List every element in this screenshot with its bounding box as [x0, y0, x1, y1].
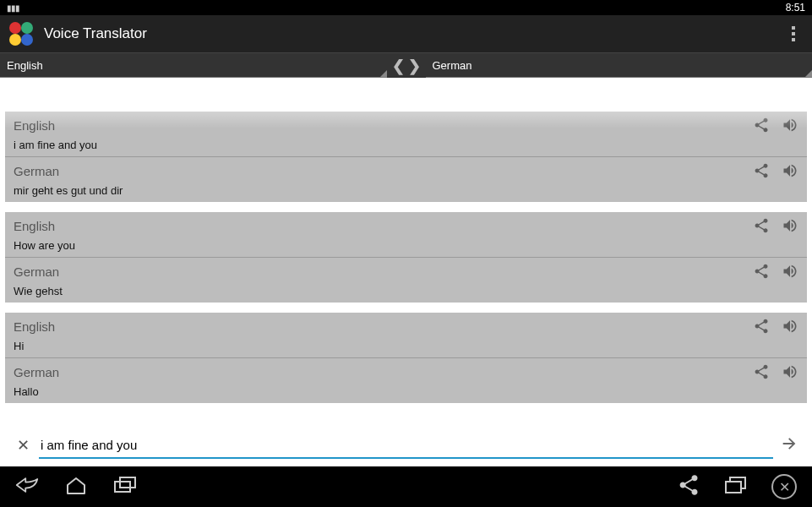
status-icons: ▮▮▮	[7, 3, 19, 13]
status-bar: ▮▮▮ 8:51	[0, 0, 812, 15]
speaker-icon[interactable]	[782, 117, 798, 134]
share-icon[interactable]	[753, 217, 770, 234]
row-text: Hi	[14, 338, 798, 352]
conversation-block: English Hi German Hallo	[5, 313, 807, 403]
conversation-block: English How are you German Wie gehst	[5, 212, 807, 303]
row-language-label: German	[14, 264, 753, 279]
speaker-icon[interactable]	[782, 363, 798, 380]
close-icon: ✕	[779, 479, 790, 495]
row-text: Wie gehst	[14, 283, 798, 297]
share-icon[interactable]	[753, 117, 770, 134]
cast-icon	[724, 473, 748, 497]
row-text: Hallo	[14, 384, 798, 398]
clear-input-button[interactable]: ✕	[12, 436, 34, 455]
conversation-block: English i am fine and you German mir	[5, 112, 807, 202]
status-clock: 8:51	[786, 2, 805, 14]
send-button[interactable]	[778, 434, 800, 456]
share-icon[interactable]	[753, 162, 770, 179]
row-text: How are you	[14, 237, 798, 252]
home-icon	[64, 473, 88, 497]
translation-row: English i am fine and you	[5, 112, 807, 157]
app-icon	[8, 21, 34, 46]
source-language-label: English	[7, 59, 43, 72]
speaker-icon[interactable]	[782, 263, 798, 280]
row-language-label: English	[14, 219, 753, 233]
nav-cast-button[interactable]	[724, 473, 748, 500]
back-icon	[15, 473, 39, 497]
navigation-bar: ✕	[0, 466, 812, 507]
input-bar: ✕	[12, 429, 800, 461]
speaker-icon[interactable]	[782, 217, 798, 234]
home-button[interactable]	[64, 473, 88, 500]
conversation-list[interactable]: English i am fine and you German mir	[0, 107, 812, 413]
row-language-label: German	[14, 365, 753, 379]
chevron-right-icon: ❯	[408, 57, 421, 75]
row-language-label: English	[14, 118, 753, 133]
share-icon[interactable]	[753, 363, 770, 380]
svg-rect-3	[726, 482, 741, 493]
nav-share-button[interactable]	[677, 473, 700, 500]
recent-apps-icon	[113, 473, 137, 497]
source-language-select[interactable]: English	[0, 53, 387, 78]
row-text: mir geht es gut und dir	[14, 183, 798, 197]
translation-row: German Hallo	[5, 358, 807, 403]
translation-row: English Hi	[5, 313, 807, 358]
target-language-select[interactable]: German	[426, 53, 813, 78]
row-language-label: English	[14, 319, 753, 334]
share-icon	[677, 473, 700, 497]
translation-row: German mir geht es gut und dir	[5, 157, 807, 202]
text-input[interactable]	[39, 433, 773, 459]
share-icon[interactable]	[753, 263, 770, 280]
language-bar: English ❮ ❯ German	[0, 52, 812, 78]
speaker-icon[interactable]	[782, 162, 798, 179]
row-text: i am fine and you	[14, 137, 798, 151]
main-area: English i am fine and you German mir	[0, 78, 812, 466]
back-button[interactable]	[15, 473, 39, 500]
overflow-menu-button[interactable]	[783, 26, 804, 41]
title-bar: Voice Translator	[0, 15, 812, 52]
translation-row: English How are you	[5, 212, 807, 258]
speaker-icon[interactable]	[782, 318, 798, 335]
row-language-label: German	[14, 164, 753, 178]
app-title: Voice Translator	[44, 25, 783, 42]
target-language-label: German	[433, 59, 472, 72]
chevron-left-icon: ❮	[392, 57, 405, 75]
nav-close-button[interactable]: ✕	[771, 474, 797, 499]
share-icon[interactable]	[753, 318, 770, 335]
arrow-right-icon	[780, 434, 798, 453]
recent-apps-button[interactable]	[113, 473, 137, 500]
translation-row: German Wie gehst	[5, 258, 807, 303]
swap-languages-button[interactable]: ❮ ❯	[387, 57, 426, 75]
